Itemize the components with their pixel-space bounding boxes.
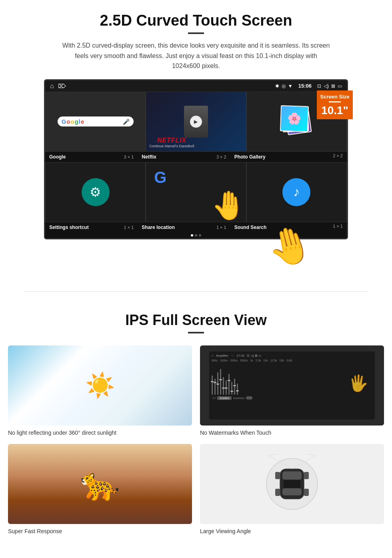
amp-footer: ◁◁ Custom loudness <box>212 396 372 400</box>
amp-bar-9 <box>234 379 235 395</box>
svg-rect-4 <box>284 480 300 488</box>
photo-stack: 🌸 <box>278 104 314 140</box>
feature-car: Large Viewing Angle <box>200 444 384 534</box>
svg-rect-2 <box>282 471 302 480</box>
battery-icon: ⊠ <box>331 83 335 89</box>
label-netflix-name: Netflix <box>142 154 156 160</box>
section-divider <box>24 291 368 292</box>
feature-amplifier: ⌂ Amplifier ⋯ 17:33 ⊡ ◁) ⊠ ▭ 60hz100hz20… <box>200 345 384 436</box>
svg-rect-3 <box>282 488 302 495</box>
labels-row1: Google 3 × 1 Netflix 3 × 2 Photo Gallery… <box>45 152 347 162</box>
label-netflix-size: 3 × 2 <box>216 155 226 159</box>
amp-thumb-9 <box>233 385 236 386</box>
dot-1 <box>191 234 193 237</box>
amp-bar-8 <box>231 382 232 395</box>
google-logo: Google <box>62 118 85 125</box>
device-screen: ⌂ ⌦ ✱ ◎ ▼ 15:06 ⊡ ◁) ⊠ ▭ <box>44 79 348 239</box>
google-maps-logo: G <box>154 169 166 187</box>
section1-description: With 2.5D curved-display screen, this de… <box>60 40 332 71</box>
feature-img-cheetah: 🐆 <box>8 444 192 524</box>
amp-bars-container <box>212 363 238 395</box>
feature-cheetah: 🐆 Super Fast Response <box>8 444 192 534</box>
label-google: Google 3 × 1 <box>45 153 138 161</box>
wifi-icon: ▼ <box>288 83 293 89</box>
status-bar: ⌂ ⌦ ✱ ◎ ▼ 15:06 ⊡ ◁) ⊠ ▭ <box>45 80 347 92</box>
pointing-hand: 🤚 <box>211 189 246 222</box>
feature-label-car: Large Viewing Angle <box>200 528 384 534</box>
amp-bar-3 <box>217 372 218 395</box>
feature-img-car <box>200 444 384 524</box>
app-cell-sound-search[interactable]: ♪ <box>246 162 347 222</box>
amp-bar-2 <box>214 379 216 395</box>
label-share-name: Share location <box>142 225 175 230</box>
amp-thumb-10 <box>236 390 239 391</box>
location-icon: ◎ <box>282 83 286 89</box>
volume-icon: ◁) <box>324 83 329 89</box>
feature-label-amplifier: No Watermarks When Touch <box>200 430 384 436</box>
app-cell-settings[interactable]: ⚙ <box>45 162 146 222</box>
amp-toggle <box>246 396 252 399</box>
badge-title: Screen Size <box>319 94 350 100</box>
amp-hand: 🖐 <box>348 374 368 393</box>
app-cell-share-location[interactable]: G 🤚 <box>146 162 246 222</box>
netflix-label: NETFLIX Continue Marvel's Daredevil <box>149 137 194 148</box>
amp-bar-7 <box>228 374 230 395</box>
amp-time: 17:33 <box>236 354 244 357</box>
amp-thumb-8 <box>230 391 233 392</box>
amp-back-icon: ◁◁ <box>212 396 216 399</box>
feature-img-amplifier: ⌂ Amplifier ⋯ 17:33 ⊡ ◁) ⊠ ▭ 60hz100hz20… <box>200 345 384 426</box>
amp-menu-icon: ⋯ <box>231 354 234 357</box>
amp-bar-10 <box>237 383 238 395</box>
label-settings: Settings shortcut 1 × 1 <box>45 224 138 231</box>
bluetooth-icon: ✱ <box>275 83 279 89</box>
mic-icon: 🎤 <box>123 118 130 125</box>
feature-label-cheetah: Super Fast Response <box>8 528 192 534</box>
amp-loudness-label: loudness <box>233 397 244 399</box>
amp-thumb-3 <box>216 383 219 385</box>
music-icon: ♪ <box>282 178 310 206</box>
label-share: Share location 1 × 1 <box>138 224 230 231</box>
play-button[interactable]: ▶ <box>190 116 202 128</box>
badge-underline <box>329 101 341 102</box>
dot-2 <box>195 234 197 237</box>
netflix-brand: NETFLIX <box>149 137 194 144</box>
section-ips-screen: IPS Full Screen View <box>0 304 392 345</box>
amp-bar-6 <box>226 380 227 395</box>
amp-equalizer: 🖐 <box>212 363 372 395</box>
home-icon: ⌂ <box>50 82 54 90</box>
clock: 15:06 <box>298 83 312 89</box>
amp-thumb-4 <box>219 379 222 380</box>
section2-title: IPS Full Screen View <box>24 312 368 329</box>
amp-home-icon: ⌂ <box>212 354 214 357</box>
label-google-name: Google <box>49 154 66 160</box>
feature-sunlight: ☀️ No light reflecting under 360° direct… <box>8 345 192 436</box>
amp-thumb-1 <box>211 381 214 382</box>
settings-icon: ⚙ <box>82 178 110 206</box>
features-grid: ☀️ No light reflecting under 360° direct… <box>0 345 392 542</box>
label-netflix: Netflix 3 × 2 <box>138 153 230 161</box>
dot-3 <box>199 234 201 237</box>
screen-size-badge: Screen Size 10.1" <box>317 90 353 119</box>
app-cell-google[interactable]: Google 🎤 <box>45 92 146 152</box>
netflix-figure: ▶ <box>184 106 208 138</box>
google-search-bar[interactable]: Google 🎤 <box>58 116 134 126</box>
window-icon: ▭ <box>338 83 342 89</box>
app-cell-netflix[interactable]: ▶ NETFLIX Continue Marvel's Daredevil <box>146 92 246 152</box>
amp-title: Amplifier <box>216 354 228 357</box>
usb-icon: ⌦ <box>58 83 66 89</box>
app-grid-row2: ⚙ G 🤚 ♪ <box>45 162 347 222</box>
feature-img-sunlight: ☀️ <box>8 345 192 426</box>
netflix-subtitle: Continue Marvel's Daredevil <box>149 144 194 148</box>
app-grid-row1: Google 🎤 ▶ NETFLIX Continue Marvel's D <box>45 92 347 152</box>
svg-rect-8 <box>304 489 309 496</box>
amp-screen: ⌂ Amplifier ⋯ 17:33 ⊡ ◁) ⊠ ▭ 60hz100hz20… <box>209 351 375 420</box>
label-photo-name: Photo Gallery <box>234 154 266 160</box>
label-photo-size: 2 × 2 <box>323 153 347 161</box>
photo-card-3: 🌸 <box>280 105 309 132</box>
amp-bar-1 <box>212 375 213 395</box>
amp-freq-labels: 60hz100hz200hz500hz1k2.5k10k12.5k15kSUB <box>212 359 372 362</box>
section2-underline <box>188 332 204 333</box>
amp-thumb-5 <box>222 387 225 389</box>
svg-rect-5 <box>275 472 280 479</box>
amp-icons: ⊡ ◁) ⊠ ▭ <box>247 354 262 357</box>
